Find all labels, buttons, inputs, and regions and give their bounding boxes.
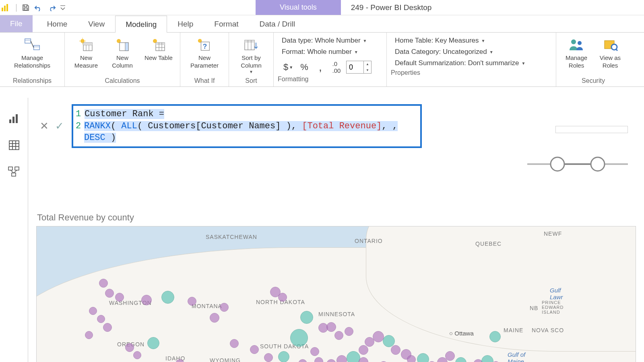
qat-customize-button[interactable]	[58, 2, 67, 14]
save-button[interactable]	[20, 2, 32, 14]
manage-relationships-button[interactable]: Manage Relationships	[4, 35, 60, 71]
view-as-roles-button[interactable]: View as Roles	[594, 35, 626, 71]
group-label-whatif: What If	[194, 76, 215, 86]
svg-rect-43	[16, 114, 18, 123]
document-title: 249 - Power BI Desktop	[341, 0, 644, 15]
map-sea-label: Gulf of Maine	[508, 351, 536, 362]
manage-roles-button[interactable]: Manage Roles	[560, 35, 592, 71]
map-label: PRINCE EDWARD ISLAND	[542, 300, 570, 315]
map-bubble	[105, 289, 114, 298]
svg-rect-0	[2, 8, 3, 11]
svg-rect-33	[245, 40, 254, 43]
map-bubble	[278, 351, 289, 362]
map-label: NOVA SCO	[532, 327, 564, 333]
sort-by-column-button[interactable]: Sort by Column ▼	[233, 35, 269, 76]
svg-point-56	[551, 157, 564, 171]
visual-title: Total Revenue by county	[37, 212, 636, 223]
format-dropdown[interactable]: Format: Whole number▼	[282, 48, 378, 56]
map-bubble	[407, 355, 416, 362]
thousands-separator-button[interactable]: ,	[314, 61, 327, 73]
svg-line-9	[31, 41, 33, 47]
workspace: ✕ ✓ 1 Customer Rank = 2 RANKX( ALL( Cust…	[0, 98, 644, 362]
svg-rect-25	[156, 43, 165, 45]
default-summarization-dropdown[interactable]: Default Summarization: Don't summarize▼	[395, 59, 548, 67]
manage-relationships-label: Manage Relationships	[5, 54, 60, 70]
default-summarization-label: Default Summarization: Don't summarize	[395, 59, 519, 67]
map-bubble	[345, 327, 353, 336]
file-tab[interactable]: File	[0, 15, 33, 32]
map-bubble	[310, 347, 319, 356]
new-parameter-button[interactable]: ? New Parameter	[184, 35, 225, 71]
decimal-icon[interactable]: .0.00	[330, 61, 343, 73]
tab-format[interactable]: Format	[204, 15, 249, 32]
spinner-up[interactable]: ▲	[364, 61, 371, 67]
tab-modeling[interactable]: Modeling	[115, 16, 167, 33]
formula-text: (	[111, 121, 121, 131]
map-bubble	[125, 343, 134, 352]
formula-editor[interactable]: 1 Customer Rank = 2 RANKX( ALL( Customer…	[72, 104, 422, 148]
map-bubble	[188, 297, 196, 306]
data-view-button[interactable]	[5, 136, 23, 154]
report-canvas: ✕ ✓ 1 Customer Rank = 2 RANKX( ALL( Cust…	[28, 98, 644, 362]
map-bubble	[89, 307, 97, 315]
map-bubble	[334, 331, 343, 340]
formula-commit-button[interactable]: ✓	[54, 121, 65, 132]
tab-home[interactable]: Home	[37, 15, 78, 32]
spinner-down[interactable]: ▼	[364, 67, 371, 73]
map-bubble	[250, 345, 259, 354]
chevron-down-icon: ▼	[521, 61, 525, 66]
data-category-label: Data Category: Uncategorized	[395, 48, 487, 56]
svg-point-36	[571, 39, 576, 44]
formula-cancel-button[interactable]: ✕	[39, 121, 50, 132]
map-bubble	[300, 311, 313, 324]
decimal-places-spinner[interactable]: ▲▼	[346, 61, 372, 74]
slicer-visual[interactable]	[523, 150, 632, 178]
data-category-dropdown[interactable]: Data Category: Uncategorized▼	[395, 48, 548, 56]
decimal-places-input[interactable]	[347, 63, 363, 72]
new-parameter-icon: ?	[196, 37, 213, 53]
ribbon-group-security: Manage Roles View as Roles Security	[556, 33, 630, 86]
percent-format-button[interactable]: %	[298, 61, 311, 73]
undo-button[interactable]	[33, 2, 45, 14]
home-table-dropdown[interactable]: Home Table: Key Measures▼	[395, 37, 548, 45]
group-label-calculations: Calculations	[105, 76, 140, 86]
app-logo-icon	[1, 3, 10, 12]
currency-format-button[interactable]: $▼	[282, 61, 295, 73]
tab-view[interactable]: View	[78, 15, 115, 32]
line-number: 1	[76, 108, 85, 120]
map-bubble	[141, 295, 152, 305]
svg-rect-1	[4, 6, 6, 11]
map-visual[interactable]: SASKATCHEWAN ONTARIO QUEBEC NEWF WASHING…	[36, 226, 636, 362]
home-table-label: Home Table: Key Measures	[395, 37, 479, 45]
group-label-properties: Properties	[391, 68, 552, 78]
tab-help[interactable]: Help	[167, 15, 204, 32]
map-bubble	[373, 331, 384, 342]
new-column-label: New Column	[106, 54, 139, 70]
formula-measure: [Total Revenue]	[302, 121, 382, 131]
tab-data-drill[interactable]: Data / Drill	[249, 15, 306, 32]
map-bubble	[103, 323, 112, 332]
chevron-down-icon: ▼	[354, 50, 358, 54]
map-label: MAINE	[504, 327, 523, 333]
svg-rect-51	[12, 173, 16, 176]
data-type-label: Data type: Whole Number	[282, 37, 361, 45]
manage-roles-label: Manage Roles	[561, 54, 592, 70]
svg-rect-22	[125, 43, 128, 51]
group-label-formatting: Formatting	[278, 74, 382, 84]
contextual-tab-title: Visual tools	[256, 0, 341, 15]
map-bubble	[391, 345, 400, 355]
new-measure-button[interactable]: New Measure	[69, 35, 103, 71]
ribbon-tabs: File Home View Modeling Help Format Data…	[0, 15, 644, 33]
new-column-button[interactable]: New Column	[105, 35, 140, 71]
map-bubble	[220, 303, 229, 312]
model-view-button[interactable]	[5, 163, 23, 181]
new-table-button[interactable]: New Table	[141, 35, 176, 64]
redo-button[interactable]	[45, 2, 58, 14]
visual-placeholder	[555, 126, 628, 133]
data-type-dropdown[interactable]: Data type: Whole Number▼	[282, 37, 378, 45]
report-view-button[interactable]	[5, 110, 23, 128]
ribbon: Manage Relationships Relationships New M…	[0, 33, 644, 87]
svg-rect-49	[8, 167, 12, 170]
formula-text: Customer Rank =	[85, 109, 164, 119]
ribbon-group-formatting: Data type: Whole Number▼ Format: Whole n…	[274, 33, 387, 86]
